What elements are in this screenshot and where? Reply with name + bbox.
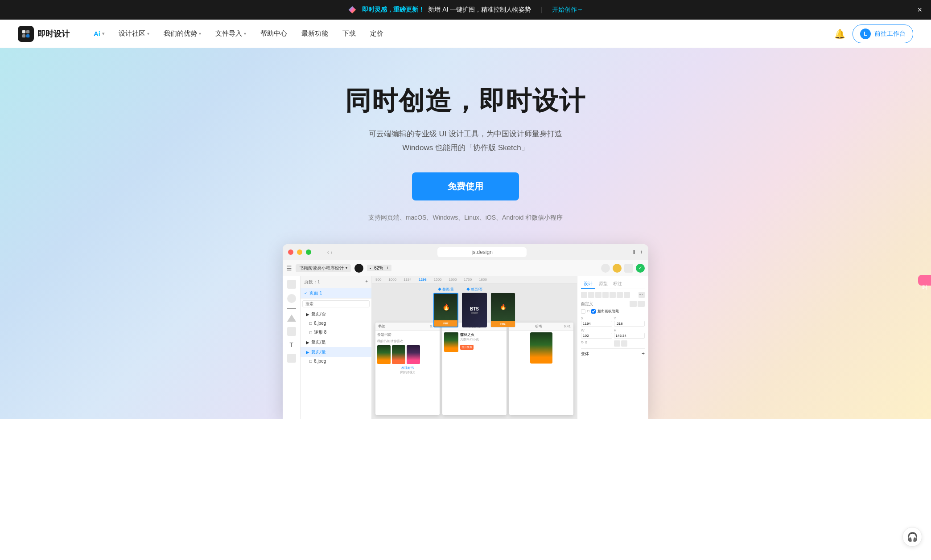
tab-prototype[interactable]: 原型 (597, 280, 610, 289)
distribute-h-icon[interactable] (624, 292, 630, 298)
add-page-button[interactable]: + (365, 279, 368, 284)
project-title[interactable]: 书籍阅读类小程序设计 ▾ (296, 264, 351, 272)
select-tool[interactable] (287, 280, 296, 289)
thumbnail-frame-2[interactable]: BTS poster (462, 293, 487, 327)
align-center-h-icon[interactable] (588, 292, 594, 298)
canvas-area[interactable]: 900 1000 1194 1296 1500 1600 1700 1800 ◆… (372, 276, 577, 419)
layers-page-item[interactable]: ✓ 页面 1 (301, 288, 371, 298)
phone-frames: 书架 9:41 云端书房 我的书架 猜你喜欢 (375, 323, 573, 415)
panel-book-intro: ‹ 书籍介绍 ⬆ 森林之火 无数科幻小说 包月 (442, 323, 507, 415)
layer-item-3[interactable]: □ 矩形 8 (301, 327, 371, 337)
component-controls (630, 301, 645, 307)
component-next-icon[interactable] (638, 301, 645, 307)
canvas-ruler-top: 900 1000 1194 1296 1500 1600 1700 1800 (372, 276, 577, 283)
book-detail-title: 森林之火 (460, 332, 479, 337)
panel-tabs: 设计 原型 标注 (581, 280, 645, 289)
align-center-v-icon[interactable] (610, 292, 616, 298)
more-icon[interactable]: ⋯ (639, 292, 645, 298)
image-tool[interactable] (287, 354, 296, 363)
nav-item-import[interactable]: 文件导入 ▾ (209, 26, 252, 41)
nav-item-advantages[interactable]: 我们的优势 ▾ (157, 26, 207, 41)
layer-2-name: 6.jpeg (314, 321, 326, 326)
triangle-tool[interactable] (287, 315, 296, 322)
clip-left-checkbox[interactable] (581, 309, 585, 314)
book-cover-1[interactable] (377, 345, 391, 364)
toolbar-right-icons: ✓ (601, 264, 645, 273)
page-count-label: 页数：1 (304, 279, 320, 284)
project-dropdown-chevron: ▾ (346, 266, 347, 270)
nav-item-ai[interactable]: Ai ▾ (87, 26, 111, 41)
layers-search-input[interactable] (302, 300, 370, 307)
align-left-icon[interactable] (581, 292, 587, 298)
tool-palette: T (283, 276, 301, 419)
nav-import-label: 文件导入 (215, 29, 242, 38)
w-input[interactable] (581, 333, 612, 339)
nav-item-community[interactable]: 设计社区 ▾ (112, 26, 156, 41)
layer-item-5[interactable]: ▶ 复页/量 (301, 347, 371, 357)
layers-panel: 页数：1 + ✓ 页面 1 ▶ 复页/否 □ 6.jpeg (301, 276, 372, 419)
shape-tool[interactable] (287, 294, 296, 303)
component-prev-icon[interactable] (630, 301, 637, 307)
traffic-light-yellow[interactable] (297, 249, 302, 255)
feedback-button[interactable]: 叫 (918, 275, 931, 286)
align-right-icon[interactable] (595, 292, 601, 298)
rotation-label: ⟳ 0 (581, 340, 612, 344)
theme-toggle[interactable] (354, 264, 363, 273)
announcement-cta[interactable]: 开始创作→ (552, 6, 583, 14)
nav-item-help[interactable]: 帮助中心 (254, 26, 293, 41)
back-button[interactable]: ‹ (327, 249, 329, 255)
layer-item-1[interactable]: ▶ 复页/否 (301, 309, 371, 319)
x-input[interactable] (581, 321, 612, 327)
traffic-light-green[interactable] (306, 249, 311, 255)
tab-design[interactable]: 设计 (581, 280, 595, 289)
zoom-control[interactable]: - 62% + (367, 265, 391, 271)
thumbnail-frame-1[interactable]: 🔥 FIRE (433, 293, 458, 327)
clip-checkbox[interactable] (591, 309, 596, 314)
layer-item-4[interactable]: ▶ 复页/是 (301, 337, 371, 347)
share-icon[interactable]: ⬆ (632, 249, 636, 255)
flip-v-icon[interactable] (621, 340, 627, 347)
layer-expand-icon: ▶ (306, 312, 309, 317)
notification-bell-icon[interactable]: 🔔 (834, 29, 845, 39)
book-cover-3[interactable] (407, 345, 420, 364)
logo[interactable]: 即时设计 (18, 26, 70, 42)
nav-new-label: 最新功能 (301, 29, 328, 38)
h-input[interactable] (614, 333, 645, 339)
panel-bookshelf-label: 书架 (378, 324, 385, 329)
layer-item-2[interactable]: □ 6.jpeg (301, 319, 371, 327)
thumbnail-frame-3[interactable]: 🔥 FIRE (490, 293, 515, 327)
text-tool[interactable]: T (289, 341, 293, 348)
hero-cta-button[interactable]: 免费使用 (412, 172, 519, 200)
nav-download-label: 下载 (342, 29, 356, 38)
book-cover-2[interactable] (392, 345, 405, 364)
tab-mark[interactable]: 标注 (611, 280, 624, 289)
flip-h-icon[interactable] (614, 340, 620, 347)
goto-workspace-button[interactable]: L 前往工作台 (853, 25, 913, 43)
navbar-actions: 🔔 L 前往工作台 (834, 25, 913, 43)
hero-title: 同时创造，即时设计 (345, 84, 586, 119)
announcement-close[interactable]: × (917, 5, 922, 15)
line-tool[interactable] (287, 308, 296, 309)
book-detail: 森林之火 无数科幻小说 包月免费 (444, 332, 505, 352)
flip-controls (614, 340, 645, 347)
align-top-icon[interactable] (602, 292, 609, 298)
forward-button[interactable]: › (331, 249, 333, 255)
transform-controls: ⟳ 0 (581, 340, 645, 347)
traffic-light-red[interactable] (288, 249, 293, 255)
nav-item-new[interactable]: 最新功能 (295, 26, 334, 41)
align-bottom-icon[interactable] (617, 292, 623, 298)
y-input[interactable] (614, 321, 645, 327)
present-icon[interactable] (624, 264, 633, 273)
phone-time-3: 9:41 (564, 324, 571, 328)
nav-item-pricing[interactable]: 定价 (364, 26, 390, 41)
pen-tool[interactable] (287, 327, 296, 336)
app-titlebar: ‹ › js.design ⬆ + (283, 244, 648, 260)
menu-icon[interactable]: ☰ (286, 265, 292, 272)
nav-item-download[interactable]: 下载 (336, 26, 362, 41)
clip-text: 超出画板隐藏 (597, 309, 619, 314)
hero-subtitle-line2: Windows 也能用的「协作版 Sketch」 (402, 143, 528, 152)
url-bar[interactable]: js.design (437, 247, 527, 257)
add-tab-icon[interactable]: + (640, 249, 643, 255)
layer-item-6[interactable]: □ 6.jpeg (301, 357, 371, 365)
transform-add-icon[interactable]: + (642, 351, 645, 357)
